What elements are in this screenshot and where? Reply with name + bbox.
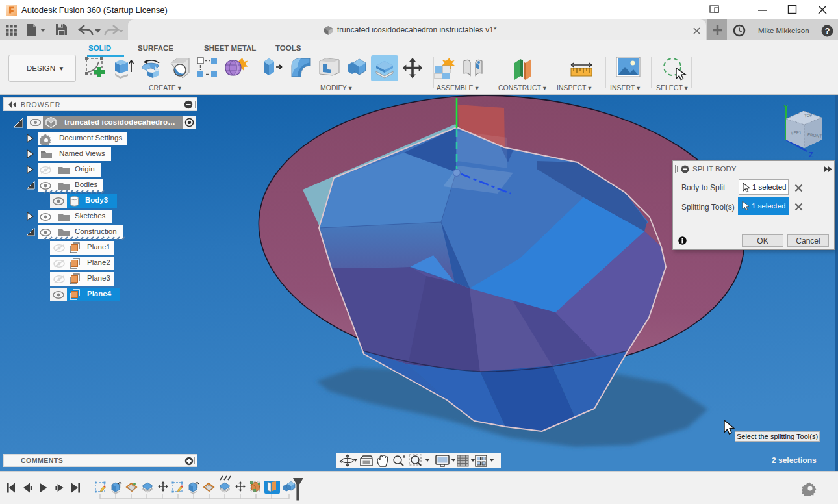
svg-text:Y: Y — [783, 103, 789, 111]
svg-text:2 selections: 2 selections — [772, 456, 817, 465]
svg-text:LEFT: LEFT — [791, 130, 802, 135]
svg-text:?: ? — [825, 27, 830, 36]
svg-text:Z: Z — [809, 151, 813, 158]
